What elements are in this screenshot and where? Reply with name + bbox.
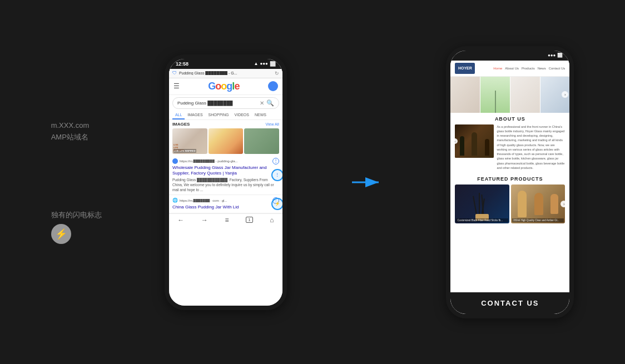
- images-label: IMAGES: [172, 122, 190, 127]
- refresh-icon[interactable]: ↻: [275, 71, 279, 76]
- amp-annotation: m.XXX.com AMP站域名: [51, 120, 90, 143]
- lightning-label-text: 独有的闪电标志: [51, 210, 102, 221]
- about-text-content: As a professional and the front runner i…: [497, 124, 565, 171]
- image-thumb-1[interactable]: LIVELIFEINSPIRED: [172, 128, 207, 154]
- product-card-1[interactable]: Customized Black Fiber Reed Sticks fb...: [455, 185, 509, 223]
- hero-next-icon[interactable]: ›: [562, 91, 568, 98]
- phone1-bottom-nav: ← → ≡ 1 ⌂: [169, 213, 282, 226]
- result1-favicon: [172, 158, 178, 164]
- tab-images[interactable]: IMAGES: [185, 111, 205, 119]
- menu-icon[interactable]: ≡: [225, 216, 229, 224]
- image-thumb-2[interactable]: [209, 128, 244, 154]
- phone2-screen: HOYER Home About Us Products News Contac…: [450, 61, 569, 314]
- contact-us-bar[interactable]: CONTACT US: [450, 292, 569, 314]
- phone-website: ●●●⬜ HOYER Home About Us Products News C…: [446, 46, 574, 318]
- result1-snippet: Pudding Glass ████████████. Factory, Sup…: [172, 177, 279, 192]
- image-thumb-3[interactable]: [244, 128, 279, 154]
- view-all-link[interactable]: View All: [265, 122, 279, 126]
- nav-item-home[interactable]: Home: [493, 67, 502, 70]
- google-header: ☰ Google: [169, 78, 282, 95]
- lightning-badge: ⚡: [51, 224, 71, 244]
- lightning-annotation: 独有的闪电标志 ⚡: [51, 210, 102, 244]
- tab-news[interactable]: NEWS: [252, 111, 269, 119]
- tab-all[interactable]: ALL: [172, 111, 185, 119]
- globe-icon: 🌐: [172, 198, 178, 203]
- about-content: ‹ As a professional and the front runner…: [455, 124, 565, 171]
- site-nav: Home About Us Products News Contact Us: [493, 67, 565, 70]
- site-logo: HOYER: [455, 63, 475, 74]
- site-header: HOYER Home About Us Products News Contac…: [450, 61, 569, 77]
- phone1-time: 12:58: [176, 61, 189, 67]
- products-next-icon[interactable]: ›: [560, 201, 567, 207]
- shield-icon: 🛡: [172, 71, 177, 76]
- phone2-status-bar: ●●●⬜: [450, 51, 569, 61]
- search-input-text: Pudding Glass ████████: [177, 101, 257, 106]
- phone1-status-bar: 12:58 ▲●●●⬜: [169, 59, 282, 69]
- direction-arrow: [350, 174, 383, 191]
- phone1-url-bar[interactable]: 🛡 Pudding Glass ████████ - G... ↻: [169, 69, 282, 78]
- phone1-url-text: Pudding Glass ████████ - G...: [179, 71, 272, 75]
- search-box[interactable]: Pudding Glass ████████ ✕ 🔍: [172, 97, 279, 109]
- product2-label: 350ml High Quality Clear and Amber Gl...: [512, 218, 564, 222]
- search-tabs: ALL IMAGES SHOPPING VIDEOS NEWS: [169, 111, 282, 120]
- products-grid: Customized Black Fiber Reed Sticks fb...…: [455, 185, 565, 223]
- tabs-icon[interactable]: 1: [246, 217, 252, 223]
- about-section: ABOUT US ‹ As a professional and the fro…: [450, 113, 569, 174]
- phone2-status-icons: ●●●⬜: [548, 53, 563, 58]
- image-strip: LIVELIFEINSPIRED: [169, 128, 282, 156]
- about-title: ABOUT US: [455, 116, 565, 122]
- amp-sublabel-text: AMP站域名: [51, 132, 88, 143]
- amp-circle-highlight-1: ⋮: [271, 169, 282, 181]
- hero-img-2: [480, 77, 510, 113]
- user-avatar[interactable]: [268, 81, 278, 91]
- result1-menu-icon[interactable]: ⋮: [272, 158, 279, 164]
- tab-shopping[interactable]: SHOPPING: [206, 111, 232, 119]
- clear-icon[interactable]: ✕: [260, 100, 264, 106]
- tab-videos[interactable]: VIDEOS: [232, 111, 252, 119]
- phone1-screen: 🛡 Pudding Glass ████████ - G... ↻ ☰ Goog…: [169, 69, 282, 306]
- search-button[interactable]: 🔍: [266, 99, 274, 107]
- lightning-icon: ⚡: [55, 228, 67, 240]
- about-prev-icon[interactable]: ‹: [452, 138, 458, 144]
- about-image: ‹: [455, 124, 494, 158]
- featured-title: FEATURED PRODUCTS: [455, 176, 565, 182]
- main-scene: m.XXX.com AMP站域名 独有的闪电标志 ⚡ 12:58 ▲●●●⬜ 🛡…: [0, 0, 625, 364]
- nav-item-contact[interactable]: Contact Us: [549, 67, 566, 70]
- amp-domain-text: m.XXX.com: [51, 120, 90, 132]
- google-logo: Google: [208, 81, 239, 92]
- contact-us-text: CONTACT US: [481, 299, 539, 307]
- annotations-panel: m.XXX.com AMP站域名 独有的闪电标志 ⚡: [51, 120, 102, 244]
- hero-image-strip: ›: [450, 77, 569, 113]
- nav-item-about[interactable]: About Us: [505, 67, 519, 70]
- result2-url: https://m.███████ · com · gl...: [180, 199, 271, 202]
- phone-google-search: 12:58 ▲●●●⬜ 🛡 Pudding Glass ████████ - G…: [165, 54, 287, 310]
- arrow-container: [344, 174, 389, 191]
- forward-icon[interactable]: →: [201, 216, 208, 224]
- nav-item-news[interactable]: News: [538, 67, 546, 70]
- hamburger-icon[interactable]: ☰: [173, 82, 180, 90]
- result1-url: https://m.█████████ - pudding-gla...: [180, 159, 271, 163]
- product-card-2[interactable]: 350ml High Quality Clear and Amber Gl...: [511, 185, 566, 223]
- phone1-status-icons: ▲●●●⬜: [254, 61, 275, 67]
- nav-item-products[interactable]: Products: [522, 67, 535, 70]
- amp-circle-highlight-2: ⚡: [271, 198, 282, 210]
- home-icon[interactable]: ⌂: [270, 216, 274, 224]
- phone2-notch: [505, 52, 514, 54]
- featured-products-section: FEATURED PRODUCTS: [450, 173, 569, 226]
- search-result-1: https://m.█████████ - pudding-gla... ⋮ ⋮…: [169, 156, 282, 195]
- product1-label: Customized Black Fiber Reed Sticks fb...: [456, 218, 508, 222]
- result1-title[interactable]: Wholesale Pudding Glass Jar Manufacturer…: [172, 165, 279, 177]
- images-header: IMAGES View All: [169, 120, 282, 128]
- result2-title[interactable]: China Glass Pudding Jar With Lid: [172, 205, 279, 210]
- hero-img-3: [510, 77, 540, 113]
- hero-img-1: [450, 77, 480, 113]
- back-icon[interactable]: ←: [177, 216, 184, 224]
- search-result-2: 🌐 https://m.███████ · com · gl... ⋮ ⚡ Ch…: [169, 195, 282, 213]
